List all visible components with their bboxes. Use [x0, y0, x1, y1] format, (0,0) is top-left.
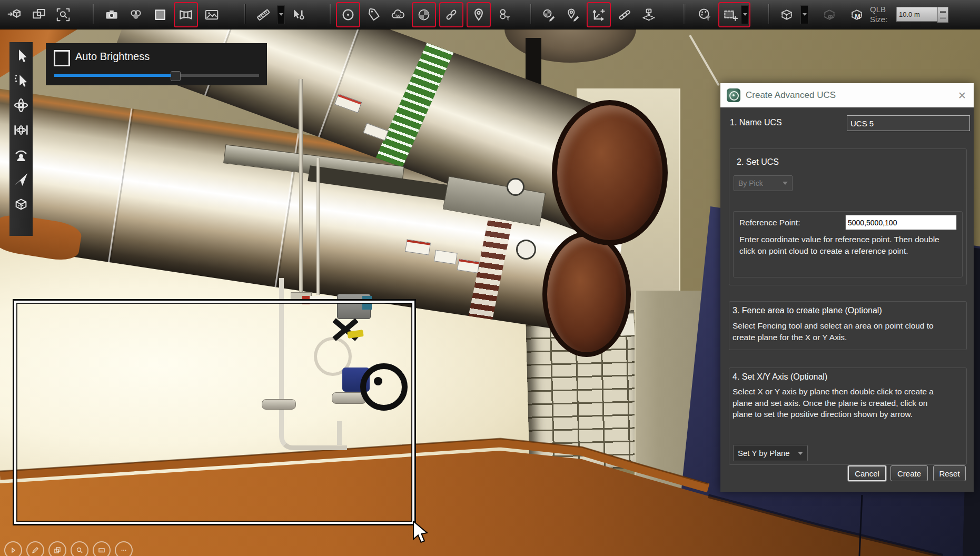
image-view-icon[interactable] [201, 4, 222, 26]
reference-point-input[interactable] [845, 215, 957, 230]
pointcloud-export-icon[interactable] [4, 4, 25, 26]
fence-selection-rectangle [13, 299, 416, 525]
color-circles-icon[interactable] [125, 4, 146, 26]
step4-label: 4. Set X/Y Axis (Optional) [732, 372, 827, 382]
step3-label: 3. Fence area to create plane (Optional) [732, 306, 882, 315]
create-ucs-active [587, 2, 611, 27]
create-ucs-icon[interactable] [588, 4, 609, 26]
find-icon[interactable] [71, 541, 88, 556]
play-icon[interactable] [4, 541, 22, 556]
toolbar-group-limitbox: M [776, 3, 867, 26]
panorama-icon[interactable] [175, 4, 196, 26]
appearance-filter-icon[interactable] [694, 4, 715, 26]
station-view-icon[interactable] [13, 146, 29, 163]
sphere-target-active [412, 2, 436, 27]
station-filter-icon[interactable] [494, 4, 515, 26]
target-icon[interactable] [338, 4, 359, 26]
pipe-label [405, 239, 431, 255]
dialog-header[interactable]: Create Advanced UCS ✕ [720, 83, 974, 107]
toolbar-group-render [101, 3, 222, 26]
viewport-quick-bar [4, 541, 133, 556]
auto-brightness-label: Auto Brightness [75, 51, 150, 63]
qlb-size-label: QLB Size: [870, 4, 887, 24]
qlb-size-input[interactable] [896, 7, 942, 22]
pin-icon[interactable] [468, 4, 489, 26]
toolbar-group-selection [694, 3, 750, 26]
sphere-target-icon[interactable] [413, 4, 434, 26]
orbit-icon[interactable] [13, 97, 29, 114]
brightness-slider[interactable] [54, 74, 259, 77]
toolbar-separator [93, 4, 94, 24]
svg-text:M: M [855, 13, 860, 21]
pin-edit-icon[interactable] [562, 4, 583, 26]
measure-dropdown[interactable] [277, 5, 285, 24]
toolbar-group-targets [336, 3, 515, 26]
keyboard-panel-icon[interactable] [93, 541, 111, 556]
zoom-region-icon[interactable] [53, 4, 74, 26]
toolbar-group-measure [253, 3, 309, 26]
pipe-label [457, 259, 480, 273]
qlb-size-spinner[interactable] [937, 7, 948, 23]
toolbar-separator [330, 4, 331, 24]
sphere-target-edit-icon[interactable] [538, 4, 559, 26]
select-icon[interactable] [13, 47, 29, 64]
dialog-title: Create Advanced UCS [746, 90, 836, 101]
fly-icon[interactable] [13, 171, 29, 188]
step1-label: 1. Name UCS [730, 118, 782, 127]
chevron-down-icon [783, 182, 788, 185]
set-ucs-mode-dropdown[interactable]: By Pick [734, 175, 793, 191]
snapshot-icon[interactable] [101, 4, 122, 26]
reference-help-text: Enter coordinate value for reference poi… [739, 234, 956, 256]
set-ucs-mode-value: By Pick [738, 179, 763, 187]
measure-ruler-icon[interactable] [253, 4, 274, 26]
cancel-button[interactable]: Cancel [848, 465, 886, 481]
set-ucs-groupbox: 2. Set UCS By Pick Reference Point: Ente… [729, 148, 967, 285]
fence-selection-icon[interactable] [720, 4, 741, 26]
multi-select-icon[interactable] [13, 72, 29, 89]
tag-icon[interactable] [363, 4, 384, 26]
pin-active [467, 2, 491, 27]
create-advanced-ucs-dialog: Create Advanced UCS ✕ 1. Name UCS 2. Set… [720, 83, 974, 492]
reference-point-label: Reference Point: [739, 218, 800, 227]
reset-button[interactable]: Reset [933, 465, 966, 481]
level-icon[interactable] [614, 4, 635, 26]
conduit [316, 158, 320, 295]
fence-area-groupbox: 3. Fence area to create plane (Optional)… [729, 301, 967, 350]
pipe-label [434, 250, 458, 264]
annotate-icon[interactable] [26, 541, 44, 556]
pipe-seam [318, 19, 362, 137]
create-button[interactable]: Create [890, 465, 928, 481]
axis-mode-dropdown[interactable]: Set Y by Plane [733, 445, 808, 461]
solid-gray-icon[interactable] [150, 4, 171, 26]
close-icon[interactable]: ✕ [958, 90, 966, 102]
chevron-down-icon [743, 13, 747, 16]
fence-selection-active [718, 2, 750, 27]
more-icon[interactable] [115, 541, 133, 556]
ucs-name-input[interactable] [847, 115, 970, 131]
limit-box-manager-icon[interactable]: M [846, 4, 867, 26]
chevron-down-icon [279, 13, 283, 16]
limit-box-icon[interactable] [776, 4, 797, 26]
conduit [299, 79, 303, 300]
copy-views-icon[interactable] [48, 541, 66, 556]
constrained-orbit-icon[interactable] [13, 122, 29, 138]
link-icon[interactable] [441, 4, 462, 26]
toolbar-separator [768, 4, 769, 24]
chevron-down-icon [798, 452, 803, 455]
auto-brightness-checkbox[interactable] [54, 50, 70, 66]
probe-cursor-icon[interactable] [288, 4, 309, 26]
top-toolbar: M QLB Size: [0, 0, 980, 29]
step2-label: 2. Set UCS [737, 157, 779, 167]
gauge [516, 240, 536, 260]
project-plane-icon[interactable] [638, 4, 659, 26]
cascade-windows-icon[interactable] [28, 4, 50, 26]
left-toolbar [9, 42, 33, 236]
brightness-slider-handle[interactable] [171, 71, 181, 81]
pipe-seam [108, 108, 133, 262]
pipe-label [363, 123, 389, 141]
fence-selection-dropdown[interactable] [741, 5, 749, 24]
pointcloud-icon[interactable] [388, 4, 409, 26]
examine-box-icon[interactable] [13, 196, 29, 213]
limit-box-dropdown[interactable] [800, 5, 808, 24]
limit-box-view-icon[interactable] [819, 4, 840, 26]
